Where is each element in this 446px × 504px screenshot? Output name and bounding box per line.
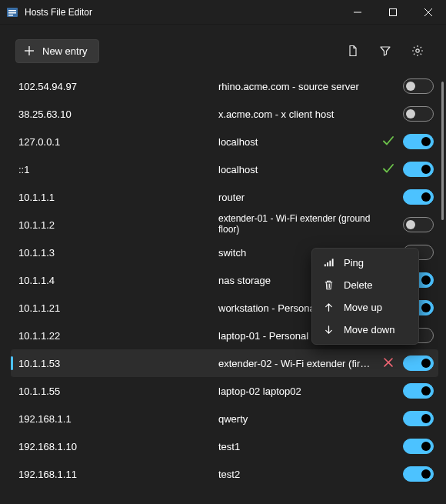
host-address: 10.1.1.1 (18, 192, 218, 203)
svg-rect-13 (329, 261, 331, 267)
host-address: 10.1.1.21 (18, 302, 218, 314)
host-entry-row[interactable]: 10.1.1.1router (11, 183, 438, 211)
check-icon (381, 134, 395, 150)
svg-rect-3 (8, 15, 13, 16)
app-icon (6, 6, 18, 18)
svg-rect-11 (325, 264, 326, 266)
titlebar: Hosts File Editor (0, 0, 446, 25)
arrow-up-icon (323, 302, 334, 313)
new-entry-button[interactable]: New entry (15, 39, 99, 63)
enable-toggle[interactable] (403, 411, 434, 426)
toggle-knob (421, 386, 431, 396)
toggle-cell (398, 78, 434, 94)
scrollbar[interactable] (441, 82, 444, 495)
toggle-cell (398, 134, 434, 149)
enable-toggle[interactable] (403, 383, 434, 399)
host-description: localhost (218, 136, 378, 148)
check-icon (381, 162, 395, 178)
window-close-button[interactable] (411, 0, 446, 25)
gear-icon (411, 45, 424, 57)
host-description: extender-02 - Wi-Fi extender (first floo… (218, 358, 378, 369)
svg-rect-5 (390, 8, 397, 15)
toggle-cell (398, 466, 434, 482)
context-menu-delete[interactable]: Delete (315, 274, 415, 296)
context-menu-ping[interactable]: Ping (315, 252, 415, 274)
new-entry-label: New entry (42, 45, 88, 57)
host-entry-row[interactable]: 192.168.1.10test1 (11, 432, 438, 460)
host-entry-row[interactable]: 10.1.1.2extender-01 - Wi-Fi extender (gr… (11, 211, 438, 239)
enable-toggle[interactable] (403, 106, 434, 122)
enable-toggle[interactable] (403, 466, 434, 482)
toggle-knob (406, 82, 415, 91)
host-entry-row[interactable]: ::1localhost (11, 155, 438, 183)
host-entry-row[interactable]: 10.1.1.53extender-02 - Wi-Fi extender (f… (11, 349, 438, 377)
host-address: 10.1.1.3 (18, 247, 218, 259)
host-description: test1 (218, 441, 378, 452)
svg-rect-14 (332, 259, 334, 266)
host-description: x.acme.com - x client host (218, 108, 378, 120)
host-description: localhost (218, 164, 378, 175)
toggle-knob (421, 359, 431, 368)
toggle-knob (421, 414, 431, 423)
host-address: 38.25.63.10 (18, 108, 218, 120)
filter-icon (379, 45, 391, 57)
settings-button[interactable] (404, 38, 431, 63)
enable-toggle[interactable] (403, 439, 434, 454)
context-menu-label: Move down (344, 324, 394, 335)
toggle-cell (398, 411, 434, 426)
trash-icon (323, 279, 334, 291)
toggle-knob (421, 192, 431, 202)
context-menu-label: Move up (344, 302, 382, 313)
enable-toggle[interactable] (403, 78, 434, 94)
toolbar: New entry (0, 25, 446, 72)
enable-toggle[interactable] (403, 355, 434, 371)
host-address: 10.1.1.4 (18, 275, 218, 286)
host-address: 10.1.1.2 (18, 219, 218, 231)
fail-icon (381, 355, 395, 372)
host-address: 192.168.1.11 (18, 469, 218, 480)
svg-rect-1 (8, 10, 16, 12)
open-file-button[interactable] (340, 38, 366, 63)
arrow-down-icon (323, 324, 334, 335)
toggle-knob (421, 165, 431, 174)
enable-toggle[interactable] (403, 134, 434, 149)
window-maximize-button[interactable] (375, 0, 411, 25)
enable-toggle[interactable] (403, 162, 434, 177)
scrollbar-thumb[interactable] (441, 82, 444, 220)
context-menu-move-up[interactable]: Move up (315, 296, 415, 319)
host-address: 127.0.0.1 (18, 136, 218, 148)
host-entry-row[interactable]: 127.0.0.1localhost (11, 128, 438, 155)
host-address: ::1 (18, 164, 218, 175)
file-icon (347, 45, 359, 57)
filter-button[interactable] (372, 38, 398, 63)
toggle-cell (398, 162, 434, 177)
enable-toggle[interactable] (403, 189, 434, 205)
svg-rect-12 (327, 262, 328, 266)
toggle-knob (406, 220, 415, 229)
toggle-knob (421, 469, 431, 479)
host-address: 10.1.1.53 (18, 358, 218, 369)
context-menu-label: Delete (344, 279, 373, 291)
host-entry-row[interactable]: 10.1.1.55laptop-02 laptop02 (11, 377, 438, 405)
context-menu-label: Ping (344, 257, 364, 269)
toggle-knob (406, 109, 415, 118)
host-address: 10.1.1.55 (18, 386, 218, 397)
host-entry-row[interactable]: 192.168.1.11test2 (11, 460, 438, 488)
toggle-cell (398, 383, 434, 399)
host-description: router (218, 192, 378, 203)
host-description: extender-01 - Wi-Fi extender (ground flo… (218, 214, 378, 235)
toggle-knob (421, 442, 431, 451)
host-entry-row[interactable]: 102.54.94.97rhino.acme.com - source serv… (11, 72, 438, 100)
enable-toggle[interactable] (403, 217, 434, 232)
ping-status (378, 162, 398, 178)
svg-point-10 (416, 49, 419, 52)
host-entry-row[interactable]: 192.168.1.1qwerty (11, 405, 438, 432)
host-description: laptop-02 laptop02 (218, 386, 378, 397)
window-title: Hosts File Editor (25, 7, 92, 18)
host-description: qwerty (218, 413, 378, 425)
context-menu-move-down[interactable]: Move down (315, 319, 415, 341)
window-minimize-button[interactable] (340, 0, 375, 25)
host-entry-row[interactable]: 38.25.63.10x.acme.com - x client host (11, 100, 438, 128)
toggle-knob (421, 275, 431, 285)
ping-status (378, 134, 398, 150)
